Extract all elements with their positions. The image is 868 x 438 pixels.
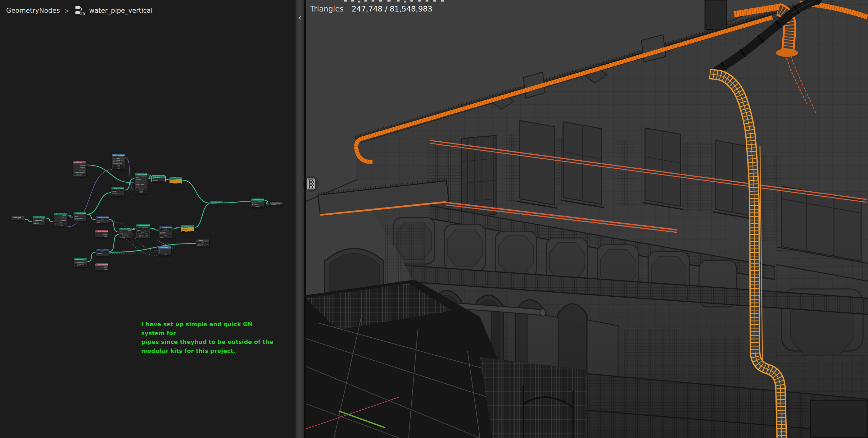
node-row[interactable]: Geometry — [73, 170, 86, 172]
graph-node[interactable]: ⌄ Group OutputGeometry — [270, 202, 283, 206]
node-row[interactable]: Face Corner — [160, 230, 171, 231]
viewport-3d[interactable] — [306, 0, 868, 438]
node-row[interactable]: Scale 0.090 — [120, 235, 131, 236]
node-header[interactable]: ⌄ Curve to Points — [54, 213, 67, 215]
graph-node[interactable]: ⌄ Curve to PointsPointsTangentNormalRota… — [53, 212, 67, 227]
graph-node[interactable]: ⌄ Curve CircleCurvePoints RadiusResoluti… — [73, 258, 87, 267]
node-row[interactable]: Y — [158, 252, 172, 254]
node-header[interactable]: ⌄ Group Output — [270, 202, 282, 204]
node-header[interactable]: ⌄ Flip Faces — [152, 176, 165, 178]
node-header[interactable]: ⌄ Curve Circle — [74, 258, 87, 260]
node-row[interactable]: Fill Caps — [119, 237, 132, 238]
node-row[interactable]: Z 1.000 — [135, 192, 147, 194]
node-row[interactable]: As Instance — [73, 175, 86, 177]
node-header[interactable]: ⌄ Join Geometry — [210, 201, 223, 203]
node-row[interactable]: 0.000 — [113, 168, 124, 169]
node-row[interactable]: Selection — [181, 229, 194, 230]
graph-node[interactable]: ⌄ Store Named Attri...VectorFace CornerG… — [159, 226, 172, 238]
node-row[interactable]: Weight — [73, 219, 86, 221]
graph-node[interactable]: ⌄ Flip FacesMeshSelection — [152, 176, 165, 182]
node-row[interactable]: Count 27 — [112, 195, 124, 196]
node-row[interactable]: Curve — [74, 260, 87, 262]
node-row[interactable]: Scale — [135, 187, 148, 189]
graph-node[interactable]: ⌄ Combine XYZVec...XYZ 0.000 — [158, 246, 172, 255]
node-header[interactable]: ⌄ Set Material — [181, 225, 194, 227]
node-row[interactable]: Radius 1 m — [74, 265, 86, 266]
node-row[interactable]: Point — [97, 251, 108, 253]
node-row[interactable]: Depth 0 — [252, 206, 264, 207]
node-row[interactable]: water_pip... — [74, 174, 85, 175]
node-row[interactable]: Count — [112, 189, 124, 191]
node-header[interactable]: ⌄ Object Info — [73, 161, 86, 164]
node-row[interactable]: X Y Z — [113, 160, 124, 161]
graph-node[interactable]: ⌄ Resample CurveCountCurveSelectionCount… — [111, 187, 124, 196]
graph-node[interactable]: ⌄ Instance on PointsInstancesPointsSelec… — [134, 173, 148, 194]
node-row[interactable]: X Y Z — [113, 158, 124, 159]
node-row[interactable]: Selection — [169, 180, 182, 182]
node-row[interactable]: 0.000 — [113, 167, 124, 168]
node-header[interactable]: ⌄ Combine XYZ — [158, 246, 172, 249]
graph-node[interactable]: ⌄ Object InfoTransformLocationRotationSc… — [73, 161, 86, 177]
graph-node[interactable]: ⌄ Capture AttributePointGeometryFactor — [96, 216, 109, 223]
graph-node[interactable]: ⌄ Group InputGeometry — [11, 216, 25, 220]
node-header[interactable]: ⌄ Points to Curves — [73, 212, 86, 214]
node-row[interactable]: 0.000 — [113, 165, 124, 166]
node-row[interactable]: Index — [95, 269, 108, 270]
collapse-panel-chevron-icon[interactable]: ‹ — [297, 11, 303, 24]
node-header[interactable]: ⌄ Subdivision Surface — [136, 224, 150, 227]
node-row[interactable]: Selection — [33, 223, 45, 225]
graph-node[interactable]: ⌄ Points to CurvesCurvesPointsCurve Grou… — [73, 212, 87, 221]
node-row[interactable]: Edge Crea.. 0.000 — [137, 233, 149, 235]
node-header[interactable]: ⌄ Group Input — [11, 216, 25, 218]
node-row[interactable]: Auto — [197, 242, 209, 243]
graph-node[interactable]: ⌄ Subdivision SurfaceKeep BoundariesAllM… — [136, 224, 150, 238]
node-row[interactable]: Secondary Axis — [112, 163, 125, 164]
node-header[interactable]: ⌄ Curve to Mesh — [119, 228, 132, 230]
node-row[interactable]: Geometry — [270, 204, 282, 206]
node-header[interactable]: ⌄ Set Material — [169, 177, 182, 179]
node-header[interactable]: ⌄ Realize Instances — [251, 199, 264, 201]
node-row[interactable]: Profile Curve — [119, 233, 132, 235]
node-row[interactable]: Curve — [33, 218, 45, 220]
graph-node[interactable]: ⌄ Spline ParameterFactorLengthIndex — [95, 230, 108, 237]
graph-node[interactable]: ⌄ ViewerAutoGeometryValue — [196, 239, 210, 246]
node-row[interactable]: Vertex Cr.. 0.000 — [137, 235, 149, 236]
graph-node[interactable]: ⌄ Mesh to CurveCurveEdges FacesMeshSelec… — [32, 215, 45, 225]
node-row[interactable]: water_pi... — [182, 231, 194, 232]
graph-node[interactable]: ⌄ Set MaterialGeometrySelectionwater_pi.… — [181, 225, 195, 232]
node-row[interactable]: Geometry — [210, 203, 223, 205]
node-row[interactable]: Factor — [96, 222, 108, 223]
node-row[interactable]: Rotation — [54, 220, 67, 222]
node-row[interactable]: Point — [97, 219, 108, 220]
node-row[interactable]: Selection — [152, 180, 165, 181]
node-row[interactable]: Count — [54, 222, 66, 223]
node-row[interactable]: Edges Faces — [33, 220, 44, 221]
node-row[interactable]: Limit Surface — [136, 236, 150, 238]
node-row[interactable]: Vector — [160, 229, 171, 230]
graph-node[interactable]: ⌄ Spline ParameterFactorLengthIndex — [95, 263, 108, 270]
node-header[interactable]: ⌄ Viewer — [196, 239, 209, 242]
node-row[interactable]: Selection — [112, 193, 124, 194]
node-row[interactable]: UVMap — [160, 235, 171, 236]
graph-node[interactable]: ⌄ Curve to MeshMeshCurveProfile CurveSca… — [119, 227, 132, 238]
node-header[interactable]: ⌄ Axes to Rotation — [112, 154, 125, 156]
node-row[interactable]: Level 3 — [137, 232, 149, 233]
node-header[interactable]: ⌄ Instance on Points — [135, 173, 148, 176]
node-row[interactable]: Value — [196, 245, 209, 246]
geometry-nodes-editor[interactable]: ⌄ Group InputGeometry⌄ Mesh to CurveCurv… — [0, 0, 296, 438]
node-row[interactable]: Rotati... — [112, 156, 125, 158]
node-row[interactable]: All — [137, 228, 149, 230]
node-row[interactable]: Factor — [96, 255, 109, 256]
graph-node[interactable]: ⌄ Axes to RotationRotati...X Y ZX Y ZPri… — [112, 154, 125, 170]
node-header[interactable]: ⌄ Spline Parameter — [95, 263, 108, 266]
node-row[interactable]: Keep Boundaries — [137, 227, 149, 228]
node-row[interactable]: Original Relative — [74, 172, 85, 173]
node-row[interactable]: X 1.000 — [135, 189, 147, 191]
editor-divider[interactable] — [296, 0, 304, 438]
node-row[interactable]: Curve — [54, 223, 67, 225]
node-header[interactable]: ⌄ Capture Attribute — [96, 216, 108, 218]
node-row[interactable]: Y 1.000 — [135, 191, 147, 192]
node-row[interactable]: Mesh — [136, 230, 150, 231]
node-row[interactable]: Count 99 — [54, 225, 66, 227]
texture-checker-icon[interactable] — [302, 175, 320, 193]
